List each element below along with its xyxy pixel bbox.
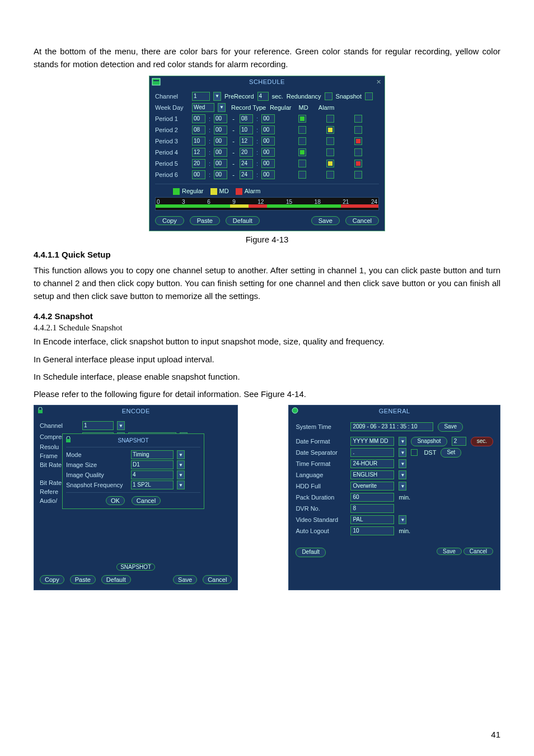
md-checkbox[interactable] bbox=[326, 160, 334, 167]
snapshot-popup-title: SNAPSHOT bbox=[66, 437, 200, 444]
default-button[interactable]: Default bbox=[296, 548, 326, 557]
dst-checkbox[interactable] bbox=[411, 449, 418, 456]
dropdown-arrow-icon[interactable]: ▼ bbox=[177, 460, 185, 469]
legend-swatch-green bbox=[173, 188, 180, 195]
dropdown-arrow-icon[interactable]: ▼ bbox=[177, 470, 185, 479]
prerecord-input[interactable]: 4 bbox=[257, 92, 269, 101]
period-label: Period 4 bbox=[155, 149, 189, 156]
vidstd-label: Video Standard bbox=[296, 516, 346, 523]
copy-button[interactable]: Copy bbox=[40, 575, 64, 584]
default-button[interactable]: Default bbox=[226, 216, 260, 225]
channel-select[interactable]: 1 bbox=[82, 421, 114, 430]
weekday-dropdown-arrow[interactable]: ▼ bbox=[218, 103, 226, 112]
hddfull-select[interactable]: Overwrite bbox=[350, 482, 394, 491]
dropdown-arrow-icon[interactable]: ▼ bbox=[117, 421, 125, 430]
snapshot-checkbox[interactable] bbox=[365, 92, 373, 100]
systime-save-button[interactable]: Save bbox=[438, 422, 463, 432]
alarm-checkbox[interactable] bbox=[354, 160, 362, 167]
dropdown-arrow-icon[interactable]: ▼ bbox=[399, 470, 406, 479]
figure-4-14-row: ENCODE Channel 1 ▼ Compression H.264 ▼ E… bbox=[34, 405, 500, 590]
mode-select[interactable]: Timing bbox=[131, 450, 174, 459]
language-select[interactable]: ENGLISH bbox=[350, 470, 394, 479]
paste-button[interactable]: Paste bbox=[190, 216, 220, 225]
dvrno-input[interactable]: 8 bbox=[350, 504, 394, 513]
systime-input[interactable]: 2009 - 06 - 23 11 : 35 : 10 bbox=[350, 422, 433, 431]
alarm-checkbox[interactable] bbox=[354, 126, 362, 134]
dropdown-arrow-icon[interactable]: ▼ bbox=[399, 437, 406, 446]
imgsize-select[interactable]: D1 bbox=[131, 460, 174, 469]
cancel-button[interactable]: Cancel bbox=[203, 575, 232, 584]
regular-checkbox[interactable] bbox=[298, 137, 306, 145]
redundancy-checkbox[interactable] bbox=[325, 92, 332, 100]
popup-ok-button[interactable]: OK bbox=[106, 496, 125, 505]
regular-checkbox[interactable] bbox=[298, 160, 306, 167]
alarm-checkbox[interactable] bbox=[354, 115, 362, 123]
dropdown-arrow-icon[interactable]: ▼ bbox=[177, 450, 185, 459]
save-button[interactable]: Save bbox=[437, 548, 462, 555]
md-checkbox[interactable] bbox=[326, 148, 334, 156]
save-button[interactable]: Save bbox=[311, 216, 340, 225]
regular-checkbox[interactable] bbox=[298, 148, 306, 156]
md-checkbox[interactable] bbox=[326, 126, 334, 134]
dropdown-arrow-icon[interactable]: ▼ bbox=[399, 482, 406, 491]
timeformat-select[interactable]: 24-HOUR bbox=[350, 459, 394, 468]
regular-checkbox[interactable] bbox=[298, 126, 306, 134]
encode-icon bbox=[37, 407, 44, 414]
md-checkbox[interactable] bbox=[326, 115, 334, 123]
paste-button[interactable]: Paste bbox=[70, 575, 96, 584]
regular-checkbox[interactable] bbox=[298, 171, 306, 179]
period-row: Period 4 12:00 - 20:00 bbox=[155, 147, 379, 158]
md-checkbox[interactable] bbox=[326, 171, 334, 179]
period-row: Period 5 20:00 - 24:00 bbox=[155, 158, 379, 169]
imgsize-label: Image Size bbox=[66, 461, 128, 468]
datesep-select[interactable]: . bbox=[350, 448, 394, 457]
alarm-col-header: Alarm bbox=[315, 104, 338, 111]
close-icon[interactable]: ✕ bbox=[376, 78, 382, 86]
period-row: Period 1 00:00 - 08:00 bbox=[155, 113, 379, 124]
dropdown-arrow-icon[interactable]: ▼ bbox=[399, 515, 406, 524]
from-mins[interactable]: 00 bbox=[214, 114, 227, 123]
cancel-button[interactable]: Cancel bbox=[345, 216, 379, 225]
dateformat-select[interactable]: YYYY MM DD bbox=[350, 437, 394, 446]
svg-rect-3 bbox=[66, 439, 71, 442]
default-button[interactable]: Default bbox=[101, 575, 131, 584]
alarm-checkbox[interactable] bbox=[354, 148, 362, 156]
channel-dropdown-arrow[interactable]: ▼ bbox=[213, 92, 221, 101]
language-label: Language bbox=[296, 472, 346, 478]
legend: Regular MD Alarm bbox=[173, 188, 379, 195]
dst-set-button[interactable]: Set bbox=[441, 448, 461, 458]
alarm-checkbox[interactable] bbox=[354, 137, 362, 145]
snapshot-button[interactable]: Snapshot bbox=[411, 437, 447, 446]
channel-input[interactable]: 1 bbox=[192, 92, 210, 101]
min-label: min. bbox=[399, 528, 410, 534]
weekday-select[interactable]: Wed bbox=[192, 103, 214, 112]
snapshot-button[interactable]: SNAPSHOT bbox=[116, 563, 155, 571]
alarm-checkbox[interactable] bbox=[354, 171, 362, 179]
dropdown-arrow-icon[interactable]: ▼ bbox=[399, 459, 406, 468]
packdur-input[interactable]: 60 bbox=[350, 493, 394, 502]
md-checkbox[interactable] bbox=[326, 137, 334, 145]
figure-caption-4-13: Figure 4-13 bbox=[246, 235, 289, 244]
copy-button[interactable]: Copy bbox=[155, 216, 184, 225]
cancel-button[interactable]: Cancel bbox=[463, 548, 493, 555]
to-mins[interactable]: 00 bbox=[261, 114, 275, 123]
prerecord-label: PreRecord bbox=[224, 93, 254, 100]
snapshot-line2: In General interface please input upload… bbox=[34, 353, 500, 366]
regular-checkbox[interactable] bbox=[298, 115, 306, 123]
save-button[interactable]: Save bbox=[173, 575, 197, 584]
heading-4-4-2-1: 4.4.2.1 Schedule Snapshot bbox=[34, 323, 500, 333]
autologout-input[interactable]: 10 bbox=[350, 526, 394, 535]
from-hours[interactable]: 00 bbox=[192, 114, 205, 123]
snapshot-sec-input[interactable]: 2 bbox=[452, 437, 466, 446]
dropdown-arrow-icon[interactable]: ▼ bbox=[177, 480, 185, 489]
general-title-bar: GENERAL bbox=[289, 405, 500, 417]
general-window: GENERAL System Time 2009 - 06 - 23 11 : … bbox=[288, 405, 500, 590]
popup-cancel-button[interactable]: Cancel bbox=[132, 496, 161, 505]
imgq-select[interactable]: 4 bbox=[131, 470, 174, 479]
to-hours[interactable]: 08 bbox=[240, 114, 253, 123]
vidstd-select[interactable]: PAL bbox=[350, 515, 394, 524]
dropdown-arrow-icon[interactable]: ▼ bbox=[399, 448, 406, 457]
freq-select[interactable]: 1 SP2L bbox=[131, 480, 174, 489]
schedule-icon bbox=[152, 77, 161, 86]
timeformat-label: Time Format bbox=[296, 460, 346, 467]
